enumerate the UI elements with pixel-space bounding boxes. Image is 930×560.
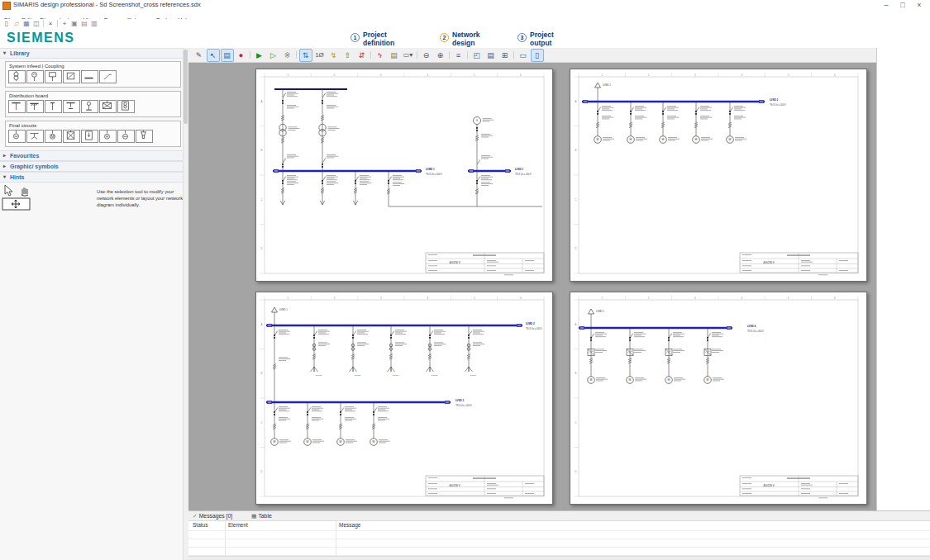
library-item-equivalent-source[interactable] (63, 70, 80, 83)
run-calculation-button[interactable]: ▶ (253, 49, 266, 62)
selection-tool-button[interactable]: ↖ (207, 49, 220, 62)
export-graphic-button[interactable]: ▤ (388, 49, 401, 62)
sort-feeders-button[interactable]: ⇵ (355, 49, 369, 62)
window-graph-button[interactable]: ▤ (484, 49, 498, 62)
copy-button[interactable]: ▣ (70, 20, 79, 28)
svg-text:TN-S Un = 400 V: TN-S Un = 400 V (747, 330, 764, 333)
library-item-socket-outlet[interactable] (99, 130, 117, 143)
diagram-page-1[interactable]: 123456ABCDGLVMD 1TN-S Un = 400 VLVSD 1TN… (255, 69, 553, 282)
library-item-generator[interactable] (26, 70, 44, 83)
fit-to-window-button[interactable]: ⊞ (498, 49, 512, 62)
toolbar-separator (57, 20, 58, 27)
energy-efficiency-button[interactable]: ↯ (327, 49, 341, 62)
library-group-distribution-board: Distribution board (5, 91, 181, 117)
equivalent-source-icon (64, 71, 78, 81)
library-item-transformer-substation[interactable] (117, 100, 135, 113)
maximize-button[interactable]: □ (895, 0, 910, 10)
library-item-load-feeder[interactable] (8, 130, 26, 143)
library-item-distribution-box[interactable] (99, 100, 117, 113)
save-project-button[interactable]: ▦ (22, 20, 31, 28)
messages-panel: ✓Messages [0]▦Table StatusElementMessage (188, 510, 930, 560)
window-overview-button[interactable]: ◰ (470, 49, 484, 62)
sidebar-scrollbar-thumb[interactable] (184, 50, 188, 124)
one-line-diagram: 123456ABCDLVMD 1LVMD 2TN-S Un = 400 V3 m… (256, 292, 552, 504)
single-page-button[interactable]: ▭ (517, 49, 530, 62)
section-header-hints[interactable]: ▾Hints (0, 172, 188, 183)
swap-direction-button[interactable]: ⇅ (299, 49, 312, 62)
svg-text:M: M (695, 138, 698, 141)
toolbar-separator (296, 51, 297, 59)
library-item-charging-station[interactable] (136, 130, 153, 143)
align-button[interactable]: ≡ (452, 49, 465, 62)
selectivity-icon: ϟ (378, 51, 382, 59)
minimize-button[interactable]: – (879, 0, 894, 10)
page-setup-button[interactable]: ▥ (90, 20, 99, 28)
svg-text:D: D (260, 247, 262, 250)
library-item-load-box[interactable] (63, 130, 80, 143)
stop-calculation-button[interactable]: ● (235, 49, 248, 62)
run-step-button[interactable]: ▷ (267, 49, 280, 62)
move-up-icon: ⇧ (345, 51, 351, 59)
library-item-motor-feeder[interactable]: M (45, 130, 62, 143)
svg-text:D: D (260, 470, 262, 473)
svg-text:TN-S Un = 400 V: TN-S Un = 400 V (426, 173, 442, 176)
section-header-favourites[interactable]: ▸Favourites (0, 150, 188, 161)
pan-view-button[interactable]: ▤ (221, 49, 234, 62)
run-step-icon: ▷ (270, 51, 276, 59)
svg-text:D: D (575, 470, 576, 473)
section-header-graphic-symbols[interactable]: ▸Graphic/ symbols (0, 161, 188, 172)
column-divider (336, 520, 336, 560)
svg-text:M: M (630, 138, 632, 141)
library-item-coupling[interactable] (99, 70, 117, 83)
library-item-junction-feeder[interactable] (26, 130, 44, 143)
tab-messages[interactable]: ✓Messages [0] (193, 511, 232, 520)
edit-pointer-button[interactable]: ✎ (193, 49, 206, 62)
diagram-page-2[interactable]: 123456ABCDLVMD 1LVSD 2TN-S Un = 400 VMMM… (570, 69, 867, 282)
svg-text:1: 1 (601, 74, 603, 77)
library-group-final-circuits: Final circuitsM (5, 121, 181, 147)
portrait-page-button[interactable]: ▯ (531, 49, 544, 62)
section-header-library[interactable]: ▾Library (0, 48, 188, 59)
group-label: Final circuits (9, 123, 179, 128)
library-item-subdistribution[interactable] (63, 100, 80, 113)
svg-text:5: 5 (788, 297, 789, 300)
toolbar-separator (417, 51, 417, 59)
move-up-button[interactable]: ⇧ (341, 49, 355, 62)
section-label: Hints (10, 174, 25, 180)
network-tools-button[interactable]: ※ (281, 49, 294, 62)
charging-station-icon (136, 131, 150, 140)
close-button[interactable]: × (912, 0, 927, 10)
fit-to-window-icon: ⊞ (502, 51, 508, 59)
svg-text:LVMD 1: LVMD 1 (603, 83, 611, 87)
graphic-format-dropdown-button[interactable]: ▭▾ (402, 49, 415, 62)
library-item-main-distribution[interactable] (8, 100, 26, 113)
delete-button[interactable]: × (46, 20, 55, 28)
library-item-network-feed[interactable] (45, 70, 62, 83)
zoom-out-button[interactable]: ⊖ (420, 49, 433, 62)
load-flow-button[interactable]: 1Ø (313, 49, 327, 62)
library-item-busbar[interactable] (81, 70, 98, 83)
tab-table[interactable]: ▦Table (251, 511, 272, 520)
library-item-meter-distribution[interactable] (81, 100, 98, 113)
library-item-busbar-trunking[interactable] (26, 100, 44, 113)
sidebar-scrollbar[interactable] (183, 48, 188, 560)
step-number-badge: 2 (440, 33, 449, 42)
diagram-page-3[interactable]: 123456ABCDLVMD 1LVMD 2TN-S Un = 400 V3 m… (255, 292, 553, 505)
diagram-page-4[interactable]: 123456ABCDLVMD 1LVSD 4TN-S Un = 400 V~=M… (570, 292, 867, 505)
diagram-canvas[interactable]: 123456ABCDGLVMD 1TN-S Un = 400 VLVSD 1TN… (188, 63, 876, 510)
generator-icon (27, 71, 41, 81)
selectivity-button[interactable]: ϟ (374, 49, 387, 62)
new-document-button[interactable]: ▯ (2, 20, 12, 28)
pin-button[interactable]: + (60, 20, 69, 28)
zoom-in-button[interactable]: ⊕ (434, 49, 447, 62)
library-item-pump-feeder[interactable] (117, 130, 135, 143)
library-item-subdistribution-small[interactable] (45, 100, 62, 113)
paste-button[interactable]: ▤ (80, 20, 89, 28)
single-page-icon: ▭ (519, 51, 527, 59)
svg-text:LVSD 2: LVSD 2 (770, 98, 779, 102)
library-item-transformer[interactable] (8, 70, 26, 83)
library-item-feeder-box[interactable] (81, 130, 98, 143)
section-label: Graphic/ symbols (10, 164, 59, 169)
open-project-button[interactable]: ▱ (12, 20, 21, 28)
save-as-button[interactable]: ◫ (32, 20, 41, 28)
